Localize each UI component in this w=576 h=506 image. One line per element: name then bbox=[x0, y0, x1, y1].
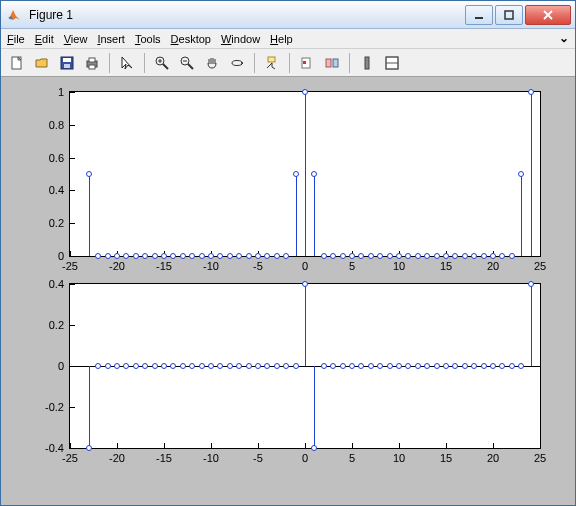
stem-line bbox=[305, 284, 306, 366]
stem-marker bbox=[133, 253, 139, 259]
stem-marker bbox=[161, 363, 167, 369]
brush-button[interactable] bbox=[295, 51, 319, 75]
stem-marker bbox=[199, 253, 205, 259]
stem-marker bbox=[377, 363, 383, 369]
y-tick-label: 0.6 bbox=[49, 152, 70, 164]
new-figure-button[interactable] bbox=[5, 51, 29, 75]
edit-plot-button[interactable] bbox=[115, 51, 139, 75]
stem-line bbox=[314, 174, 315, 256]
stem-line bbox=[314, 366, 315, 448]
stem-marker bbox=[170, 253, 176, 259]
insert-colorbar-button[interactable] bbox=[355, 51, 379, 75]
stem-marker bbox=[368, 253, 374, 259]
zoom-out-button[interactable] bbox=[175, 51, 199, 75]
stem-marker bbox=[246, 253, 252, 259]
menu-window[interactable]: Window bbox=[221, 33, 260, 45]
window-title: Figure 1 bbox=[29, 8, 465, 22]
menu-file[interactable]: File bbox=[7, 33, 25, 45]
svg-rect-7 bbox=[89, 58, 95, 62]
stem-marker bbox=[170, 363, 176, 369]
x-tick-label: 0 bbox=[302, 448, 308, 464]
stem-marker bbox=[499, 363, 505, 369]
save-button[interactable] bbox=[55, 51, 79, 75]
svg-rect-20 bbox=[326, 59, 331, 67]
x-tick-label: -20 bbox=[109, 448, 125, 464]
stem-marker bbox=[499, 253, 505, 259]
menu-help[interactable]: Help bbox=[270, 33, 293, 45]
stem-marker bbox=[152, 363, 158, 369]
stem-line bbox=[89, 174, 90, 256]
stem-marker bbox=[302, 281, 308, 287]
axes-2[interactable]: -0.4-0.200.20.4-25-20-15-10-50510152025 bbox=[69, 283, 541, 449]
menu-tools[interactable]: Tools bbox=[135, 33, 161, 45]
insert-legend-button[interactable] bbox=[380, 51, 404, 75]
stem-marker bbox=[142, 253, 148, 259]
stem-marker bbox=[293, 363, 299, 369]
svg-rect-19 bbox=[303, 61, 306, 64]
stem-marker bbox=[311, 171, 317, 177]
stem-marker bbox=[528, 281, 534, 287]
y-tick-label: 0.2 bbox=[49, 319, 70, 331]
x-tick-label: -5 bbox=[253, 448, 263, 464]
window-controls bbox=[465, 5, 571, 25]
stem-marker bbox=[424, 363, 430, 369]
minimize-button[interactable] bbox=[465, 5, 493, 25]
stem-marker bbox=[528, 89, 534, 95]
stem-marker bbox=[349, 363, 355, 369]
stem-marker bbox=[264, 253, 270, 259]
stem-marker bbox=[217, 253, 223, 259]
stem-marker bbox=[330, 363, 336, 369]
stem-marker bbox=[189, 253, 195, 259]
x-tick-label: 25 bbox=[534, 448, 546, 464]
stem-marker bbox=[434, 253, 440, 259]
menu-edit[interactable]: Edit bbox=[35, 33, 54, 45]
stem-marker bbox=[405, 363, 411, 369]
rotate-3d-button[interactable] bbox=[225, 51, 249, 75]
menubar: File Edit View Insert Tools Desktop Wind… bbox=[1, 29, 575, 49]
y-tick-label: -0.2 bbox=[45, 401, 70, 413]
open-button[interactable] bbox=[30, 51, 54, 75]
stem-marker bbox=[443, 253, 449, 259]
stem-marker bbox=[434, 363, 440, 369]
y-tick-label: 0.4 bbox=[49, 184, 70, 196]
link-button[interactable] bbox=[320, 51, 344, 75]
menu-view[interactable]: View bbox=[64, 33, 88, 45]
stem-marker bbox=[105, 363, 111, 369]
y-tick-label: 0.4 bbox=[49, 278, 70, 290]
svg-rect-4 bbox=[63, 58, 71, 62]
stem-marker bbox=[86, 171, 92, 177]
svg-rect-8 bbox=[89, 65, 95, 69]
svg-rect-21 bbox=[333, 59, 338, 67]
toolbar-separator bbox=[144, 53, 145, 73]
stem-marker bbox=[415, 363, 421, 369]
stem-marker bbox=[358, 363, 364, 369]
data-cursor-button[interactable] bbox=[260, 51, 284, 75]
stem-marker bbox=[490, 363, 496, 369]
stem-marker bbox=[349, 253, 355, 259]
stem-line bbox=[89, 366, 90, 448]
axes-1[interactable]: 00.20.40.60.81-25-20-15-10-50510152025 bbox=[69, 91, 541, 257]
dock-controls-icon[interactable]: ⌄ bbox=[559, 31, 569, 45]
stem-marker bbox=[330, 253, 336, 259]
x-tick-label: 15 bbox=[440, 448, 452, 464]
x-tick-label: 10 bbox=[393, 448, 405, 464]
stem-marker bbox=[396, 363, 402, 369]
zoom-in-button[interactable] bbox=[150, 51, 174, 75]
close-button[interactable] bbox=[525, 5, 571, 25]
maximize-button[interactable] bbox=[495, 5, 523, 25]
stem-line bbox=[531, 92, 532, 256]
menu-desktop[interactable]: Desktop bbox=[171, 33, 211, 45]
print-button[interactable] bbox=[80, 51, 104, 75]
stem-marker bbox=[387, 363, 393, 369]
stem-marker bbox=[264, 363, 270, 369]
stem-marker bbox=[180, 253, 186, 259]
stem-line bbox=[296, 174, 297, 256]
svg-rect-0 bbox=[475, 17, 483, 19]
pan-button[interactable] bbox=[200, 51, 224, 75]
menu-insert[interactable]: Insert bbox=[97, 33, 125, 45]
toolbar-separator bbox=[349, 53, 350, 73]
stem-marker bbox=[424, 253, 430, 259]
x-tick-label: 0 bbox=[302, 256, 308, 272]
stem-marker bbox=[321, 363, 327, 369]
stem-marker bbox=[283, 253, 289, 259]
